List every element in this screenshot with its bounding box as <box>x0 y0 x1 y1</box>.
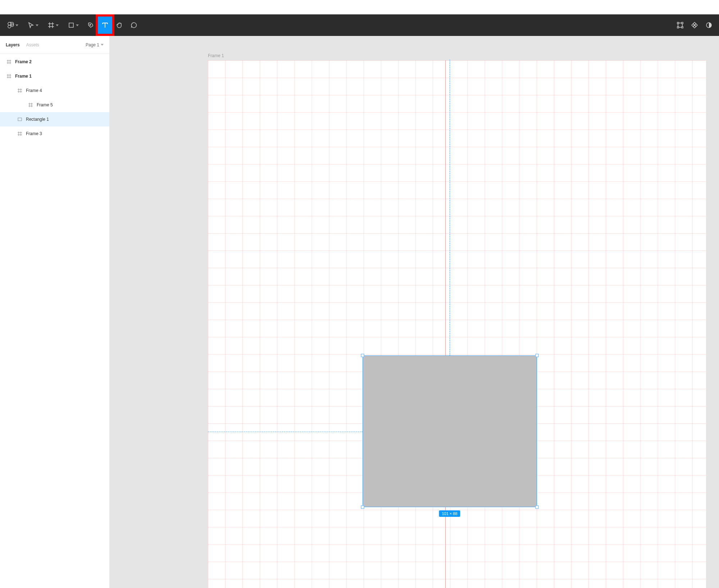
tab-assets[interactable]: Assets <box>26 42 39 47</box>
layer-label: Frame 4 <box>26 88 42 93</box>
cursor-icon <box>28 22 34 28</box>
page-selector-label: Page 1 <box>86 42 99 47</box>
selection-handle-sw[interactable] <box>361 506 364 509</box>
toolbar-right <box>673 17 716 34</box>
layers-sidebar: Layers Assets Page 1 Frame 2Frame 1Frame… <box>0 36 110 588</box>
comment-icon <box>130 22 137 29</box>
layer-row[interactable]: Rectangle 1 <box>0 112 109 127</box>
svg-point-6 <box>90 24 91 26</box>
sidebar-tabs: Layers Assets Page 1 <box>0 36 109 54</box>
figma-logo-icon <box>8 21 14 29</box>
move-tool-button[interactable] <box>23 17 43 34</box>
layer-row[interactable]: Frame 5 <box>0 98 109 112</box>
layer-label: Frame 1 <box>15 74 32 79</box>
half-circle-icon <box>705 22 713 29</box>
frame-icon <box>6 59 12 64</box>
layer-label: Frame 2 <box>15 59 32 64</box>
grid-column-divider <box>445 60 446 588</box>
selection-dimensions-badge: 101 × 88 <box>439 510 460 517</box>
layer-label: Frame 3 <box>26 131 42 136</box>
diamond-grid-icon <box>691 22 698 29</box>
layer-row[interactable]: Frame 3 <box>0 127 109 141</box>
frame-icon <box>48 22 54 28</box>
mask-button[interactable] <box>687 17 702 34</box>
shape-tool-button[interactable] <box>63 17 83 34</box>
rectangle-icon <box>68 22 74 28</box>
svg-rect-12 <box>677 22 679 24</box>
caret-down-icon <box>36 24 38 26</box>
smart-guide-horizontal <box>208 432 363 432</box>
svg-rect-5 <box>69 23 73 27</box>
rectangle-icon <box>17 117 22 122</box>
caret-down-icon <box>76 24 79 26</box>
svg-rect-13 <box>682 22 683 24</box>
layer-label: Rectangle 1 <box>26 117 49 122</box>
frame-label[interactable]: Frame 1 <box>208 53 224 58</box>
frame-icon <box>17 88 22 93</box>
layer-row[interactable]: Frame 4 <box>0 83 109 98</box>
frame-icon <box>28 102 33 107</box>
tab-layers[interactable]: Layers <box>6 42 20 47</box>
smart-guide-vertical <box>450 60 450 379</box>
text-icon <box>101 21 109 29</box>
selection-handle-ne[interactable] <box>536 354 539 357</box>
svg-rect-14 <box>677 27 679 28</box>
comment-tool-button[interactable] <box>127 17 141 34</box>
layers-list: Frame 2Frame 1Frame 4Frame 5Rectangle 1F… <box>0 54 109 141</box>
pen-tool-button[interactable] <box>83 17 98 34</box>
hand-icon <box>116 22 123 29</box>
toolbar <box>0 14 719 36</box>
page-selector[interactable]: Page 1 <box>86 42 104 47</box>
component-button[interactable] <box>673 17 687 34</box>
frame-icon <box>17 131 22 136</box>
canvas-area[interactable]: Frame 1 101 × 88 <box>110 36 719 588</box>
selected-rectangle[interactable] <box>363 355 537 507</box>
caret-down-icon <box>15 24 18 26</box>
svg-rect-15 <box>682 27 683 28</box>
layer-label: Frame 5 <box>37 102 53 107</box>
toolbar-left <box>3 17 141 34</box>
layer-row[interactable]: Frame 2 <box>0 55 109 69</box>
caret-down-icon <box>56 24 59 26</box>
frame-icon <box>6 74 12 79</box>
hand-tool-button[interactable] <box>112 17 127 34</box>
selection-handle-nw[interactable] <box>361 354 364 357</box>
window-top-strip <box>0 0 719 14</box>
svg-rect-33 <box>18 118 22 121</box>
caret-down-icon <box>101 44 104 46</box>
selection-handle-se[interactable] <box>536 506 539 509</box>
layer-row[interactable]: Frame 1 <box>0 69 109 83</box>
text-tool-button[interactable] <box>98 17 112 34</box>
artboard-frame-1[interactable] <box>208 60 706 588</box>
bounding-box-icon <box>677 22 684 29</box>
frame-tool-button[interactable] <box>43 17 63 34</box>
contrast-button[interactable] <box>702 17 716 34</box>
main-menu-button[interactable] <box>3 17 23 34</box>
pen-icon <box>87 22 94 29</box>
layout-grid <box>208 60 706 588</box>
